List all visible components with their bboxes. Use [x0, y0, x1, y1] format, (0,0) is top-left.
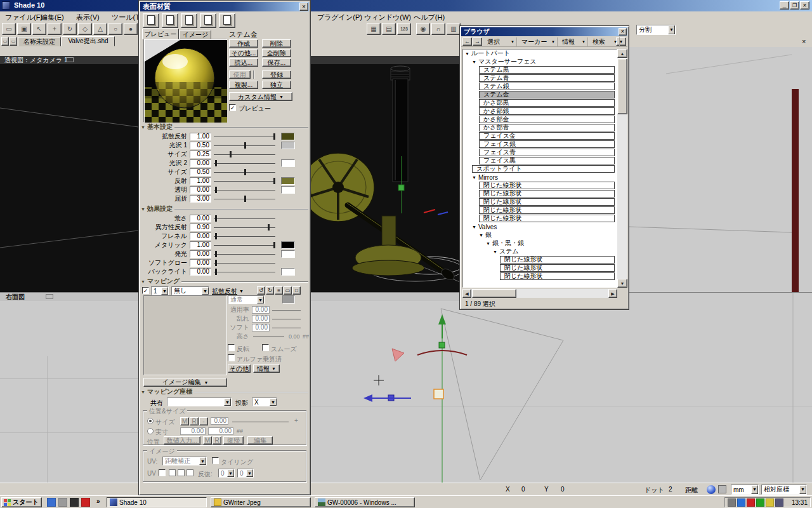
slider-thumb[interactable] — [244, 169, 246, 175]
menu-item-5[interactable]: ウィンドウ(W) — [364, 13, 411, 22]
mapping-channel-combo[interactable]: 拡散反射▼ — [212, 287, 254, 295]
mapping-info-button[interactable]: 情報▼ — [253, 364, 280, 373]
coordinate-mode-combo[interactable]: 相対座標 ▼ — [761, 485, 807, 495]
actual-value-1[interactable]: 0.00 — [180, 427, 206, 435]
size-slider[interactable] — [232, 418, 291, 425]
effect-value-3[interactable]: 1.00 — [190, 241, 211, 249]
slider-thumb[interactable] — [230, 151, 232, 157]
chevron-down-icon[interactable]: ▼ — [751, 485, 758, 494]
tree-item-5[interactable]: ステム金 — [479, 91, 615, 98]
tree-item-26[interactable]: 閉じた線形状 — [500, 264, 615, 272]
chevron-down-icon[interactable]: ▼ — [270, 398, 277, 406]
mapping-pattern-combo[interactable]: 無し▼ — [171, 286, 209, 295]
size-minus-button[interactable]: - — [199, 417, 208, 425]
browser-menu-3[interactable]: 検索▼ — [591, 37, 620, 46]
image-edit-button[interactable]: イメージ編集▼ — [143, 378, 227, 387]
unit-combo[interactable]: mm ▼ — [731, 485, 759, 495]
quicklaunch-icon-2[interactable] — [70, 498, 79, 507]
effect-value-0[interactable]: 0.00 — [190, 215, 211, 222]
menu-item-1[interactable]: 編集(E) — [41, 13, 64, 22]
mapping-thumbnail[interactable] — [143, 295, 227, 375]
task-button-2[interactable]: GW-00006 - Windows ... — [315, 497, 415, 507]
chevron-down-icon[interactable]: ▼ — [161, 287, 168, 295]
effect-swatch-4[interactable] — [281, 250, 295, 258]
grid-status-icon[interactable] — [718, 485, 726, 493]
material-tool-icon-4[interactable] — [219, 13, 235, 28]
close-button[interactable]: × — [800, 1, 809, 10]
maximize-button[interactable]: ❐ — [790, 1, 799, 10]
tab-mini-button-1[interactable]: ▭ — [10, 37, 17, 46]
effect-slider-4[interactable] — [214, 250, 277, 258]
browser-close-button[interactable]: × — [619, 28, 627, 36]
chevron-down-icon[interactable]: ▼ — [202, 287, 209, 295]
tree-item-27[interactable]: 閉じた線形状 — [500, 272, 615, 280]
pos-r-button[interactable]: R — [213, 436, 221, 444]
tree-item-12[interactable]: フェイス青 — [479, 149, 615, 156]
viewport-right-view[interactable]: 右面図 — [0, 292, 812, 483]
load-button[interactable]: 読込... — [229, 58, 258, 67]
actual-value-2[interactable]: 0.00 — [208, 427, 233, 435]
slider-thumb[interactable] — [273, 178, 275, 184]
scroll-left-icon[interactable]: ◀ — [462, 289, 471, 298]
expand-arrow-icon[interactable]: ▼ — [472, 175, 476, 180]
doc-tab-valve[interactable]: Valve提出.shd — [62, 36, 115, 46]
tree-item-9[interactable]: かさ部青 — [479, 124, 615, 131]
delete-all-button[interactable]: 全削除 — [262, 49, 291, 57]
map-check-2[interactable] — [228, 354, 235, 361]
tool-button-right-1[interactable]: ▤ — [382, 23, 396, 35]
effect-slider-0[interactable] — [214, 215, 277, 222]
map-slider-1[interactable] — [272, 315, 303, 323]
effect-slider-3[interactable] — [214, 241, 277, 249]
scrollbar-thumb[interactable] — [617, 58, 627, 114]
tree-item-18[interactable]: 閉じた線形状 — [479, 198, 615, 206]
chevron-down-icon[interactable]: ▼ — [239, 289, 244, 293]
numeric-input-button[interactable]: 数値入力... — [164, 436, 200, 444]
slider-thumb[interactable] — [244, 142, 246, 149]
split-combo[interactable]: 分割 ▼ — [636, 25, 676, 35]
tree-group-21[interactable]: ▼Valves — [472, 223, 497, 231]
basic-slider-5[interactable] — [214, 177, 277, 185]
quicklaunch-icon-3[interactable] — [81, 498, 90, 507]
size-r-button[interactable]: R — [190, 417, 199, 425]
start-button[interactable]: スタート — [1, 497, 42, 507]
material-tool-icon-3[interactable] — [200, 13, 216, 28]
tree-item-25[interactable]: 閉じた線形状 — [500, 256, 615, 264]
tool-button-7[interactable]: ○ — [108, 23, 122, 35]
effect-slider-5[interactable] — [214, 259, 277, 267]
browser-hscrollbar[interactable]: ◀ ▶ — [462, 289, 617, 298]
menu-item-3[interactable]: ツール(T) — [112, 13, 142, 22]
map-check-1[interactable] — [262, 344, 269, 351]
tiling-checkbox[interactable] — [212, 457, 219, 464]
pos-m-button[interactable]: M — [203, 436, 212, 444]
repeat-v-combo[interactable]: 0▼ — [237, 469, 254, 478]
tool-button-right-2[interactable]: 123 — [397, 23, 411, 35]
render-status-icon[interactable] — [707, 485, 716, 494]
effect-swatch-6[interactable] — [281, 268, 295, 276]
tray-icon-0[interactable] — [728, 498, 736, 507]
scroll-down-icon[interactable]: ▼ — [617, 279, 627, 288]
tree-item-11[interactable]: フェイス銀 — [479, 140, 615, 148]
tree-item-19[interactable]: 閉じた線形状 — [479, 206, 615, 214]
effect-value-4[interactable]: 0.00 — [190, 250, 211, 258]
map-value-2[interactable]: 0.00 — [252, 324, 270, 331]
expand-arrow-icon[interactable]: ▼ — [472, 225, 476, 229]
uv-mode-combo[interactable]: 距離補正▼ — [162, 457, 207, 465]
expand-arrow-icon[interactable]: ▼ — [479, 233, 483, 237]
slider-thumb[interactable] — [244, 196, 246, 202]
material-preview[interactable] — [143, 39, 227, 123]
chevron-down-icon[interactable]: ▼ — [257, 296, 264, 304]
slider-thumb[interactable] — [215, 233, 217, 239]
tree-item-20[interactable]: 閉じた線形状 — [479, 215, 615, 222]
tree-group-1[interactable]: ▼マスターサーフェス — [472, 58, 537, 65]
tab-mini-button-0[interactable]: ▭ — [1, 37, 9, 46]
quicklaunch-icon-0[interactable] — [47, 498, 56, 507]
basic-swatch-3[interactable] — [281, 159, 295, 167]
tray-icon-2[interactable] — [747, 498, 755, 507]
slider-thumb[interactable] — [215, 215, 217, 222]
effect-slider-1[interactable] — [214, 224, 277, 231]
tree-item-17[interactable]: 閉じた線形状 — [479, 190, 615, 197]
browser-vscrollbar[interactable]: ▲ ▼ — [617, 49, 627, 288]
independent-button[interactable]: 独立 — [262, 81, 291, 89]
create-button[interactable]: 作成 — [229, 39, 258, 48]
mapping-other-button[interactable]: その他 — [228, 364, 251, 373]
